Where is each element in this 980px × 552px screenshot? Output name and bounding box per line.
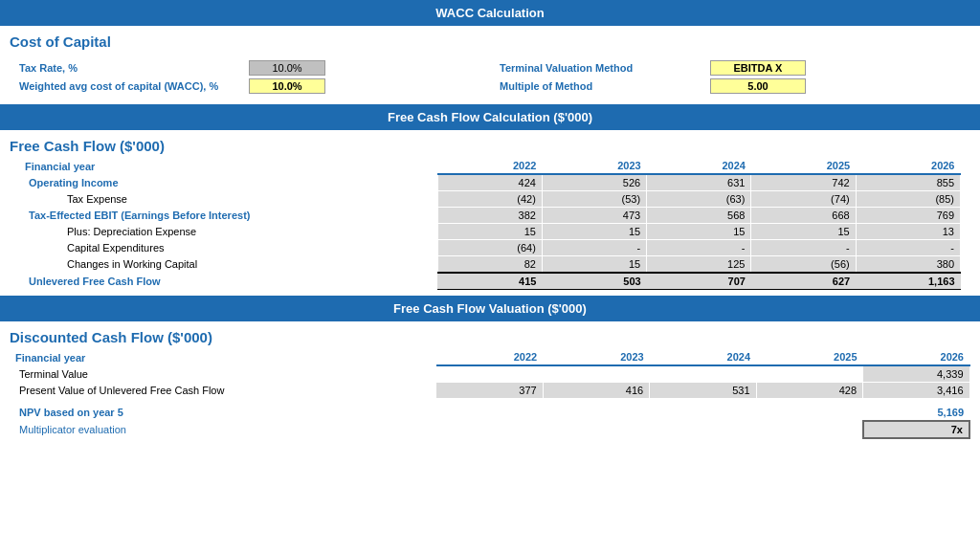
fcf-row-label-4: Capital Expenditures [19, 240, 437, 256]
fcf-row-label-2: Tax-Effected EBIT (Earnings Before Inter… [19, 208, 437, 224]
npv-empty-3 [756, 399, 862, 422]
fcf-row-5: Changes in Working Capital8215125(56)380 [19, 256, 961, 274]
fcf-fy-header: Financial year [19, 158, 437, 174]
fcf-cell-3-0: 15 [437, 224, 542, 240]
dcf-row-0: Terminal Value4,339 [10, 365, 969, 383]
dcf-cell-0-4: 4,339 [863, 365, 969, 383]
fcf-cell-3-4: 13 [856, 224, 960, 240]
tax-rate-label: Tax Rate, % [19, 62, 249, 74]
fcf-year-2023: 2023 [542, 158, 646, 174]
terminal-method-value[interactable]: EBITDA X [710, 60, 806, 76]
fcf-row-2: Tax-Effected EBIT (Earnings Before Inter… [19, 208, 961, 224]
wacc-header: WACC Calculation [0, 0, 980, 26]
fcf-row-3: Plus: Depreciation Expense1515151513 [19, 224, 961, 240]
mult-empty-0 [436, 421, 543, 438]
dcf-cell-0-3 [756, 365, 862, 383]
multiple-method-row: Multiple of Method 5.00 [500, 78, 961, 94]
dcf-cell-0-1 [543, 365, 649, 383]
dcf-cell-0-0 [436, 365, 543, 383]
fcf-section: Free Cash Flow ($'000) Financial year 20… [0, 130, 980, 290]
dcf-fy-header: Financial year [10, 349, 436, 365]
dcf-table: Financial year 2022 2023 2024 2025 2026 … [10, 349, 970, 439]
fcf-cell-0-0: 424 [437, 174, 542, 191]
fcf-table: Financial year 2022 2023 2024 2025 2026 … [19, 158, 961, 290]
wacc-value[interactable]: 10.0% [249, 78, 325, 94]
multiplicator-row: Multiplicator evaluation7x [10, 421, 969, 438]
fcf-cell-3-2: 15 [647, 224, 751, 240]
terminal-method-row: Terminal Valuation Method EBITDA X [500, 60, 961, 76]
fcf-cell-5-2: 125 [647, 256, 751, 274]
fcf-header-row: Financial year 2022 2023 2024 2025 2026 [19, 158, 961, 174]
cost-of-capital-content: Tax Rate, % 10.0% Weighted avg cost of c… [0, 54, 980, 104]
npv-empty-0 [436, 399, 543, 422]
dcf-cell-1-3: 428 [756, 383, 862, 399]
fcf-row-0: Operating Income424526631742855 [19, 174, 961, 191]
fcf-cell-2-3: 668 [751, 208, 856, 224]
dcf-cell-1-0: 377 [436, 383, 543, 399]
fcf-cell-3-1: 15 [542, 224, 646, 240]
dcf-year-2024: 2024 [650, 349, 756, 365]
fcf-cell-5-1: 15 [542, 256, 646, 274]
fcf-cell-1-1: (53) [542, 191, 646, 208]
fcf-cell-1-3: (74) [751, 191, 856, 208]
fcf-cell-2-1: 473 [542, 208, 646, 224]
fcf-cell-4-4: - [856, 240, 960, 256]
multiple-method-value[interactable]: 5.00 [710, 78, 806, 94]
npv-empty-1 [543, 399, 649, 422]
fcf-year-2025: 2025 [751, 158, 856, 174]
fcf-cell-2-4: 769 [856, 208, 960, 224]
tax-rate-value[interactable]: 10.0% [249, 60, 325, 76]
cost-of-capital-section: Cost of Capital Tax Rate, % 10.0% Weight… [0, 26, 980, 104]
fcf-cell-0-4: 855 [856, 174, 960, 191]
fcf-row-label-0: Operating Income [19, 174, 437, 191]
fcf-year-2024: 2024 [647, 158, 751, 174]
cost-of-capital-title: Cost of Capital [0, 26, 980, 54]
fcf-cell-2-0: 382 [437, 208, 542, 224]
multiplicator-label: Multiplicator evaluation [10, 421, 436, 438]
fcf-cell-1-4: (85) [856, 191, 960, 208]
dcf-header: Free Cash Flow Valuation ($'000) [0, 296, 980, 321]
fcf-year-2026: 2026 [856, 158, 960, 174]
fcf-cell-1-0: (42) [437, 191, 542, 208]
dcf-section: Discounted Cash Flow ($'000) Financial y… [0, 321, 980, 439]
fcf-cell-6-0: 415 [437, 273, 542, 290]
npv-label: NPV based on year 5 [10, 399, 436, 422]
fcf-cell-4-3: - [751, 240, 856, 256]
dcf-cell-1-1: 416 [543, 383, 649, 399]
fcf-title: Free Cash Flow ($'000) [0, 130, 980, 158]
dcf-cell-0-2 [650, 365, 756, 383]
terminal-method-label: Terminal Valuation Method [500, 62, 710, 74]
mult-empty-1 [543, 421, 649, 438]
dcf-year-2022: 2022 [436, 349, 543, 365]
fcf-cell-1-2: (63) [647, 191, 751, 208]
multiplicator-value: 7x [863, 421, 969, 438]
dcf-cell-1-2: 531 [650, 383, 756, 399]
dcf-table-container: Financial year 2022 2023 2024 2025 2026 … [0, 349, 980, 439]
dcf-row-label-1: Present Value of Unlevered Free Cash Flo… [10, 383, 436, 399]
dcf-year-2025: 2025 [756, 349, 862, 365]
dcf-header-row: Financial year 2022 2023 2024 2025 2026 [10, 349, 969, 365]
cost-left-panel: Tax Rate, % 10.0% Weighted avg cost of c… [19, 57, 480, 97]
fcf-row-1: Tax Expense(42)(53)(63)(74)(85) [19, 191, 961, 208]
wacc-row: Weighted avg cost of capital (WACC), % 1… [19, 78, 480, 94]
fcf-year-2022: 2022 [437, 158, 542, 174]
fcf-cell-0-3: 742 [751, 174, 856, 191]
fcf-cell-4-0: (64) [437, 240, 542, 256]
fcf-cell-6-2: 707 [647, 273, 751, 290]
fcf-cell-4-1: - [542, 240, 646, 256]
fcf-row-6: Unlevered Free Cash Flow4155037076271,16… [19, 273, 961, 290]
npv-row: NPV based on year 55,169 [10, 399, 969, 422]
fcf-cell-5-4: 380 [856, 256, 960, 274]
fcf-cell-4-2: - [647, 240, 751, 256]
dcf-row-1: Present Value of Unlevered Free Cash Flo… [10, 383, 969, 399]
npv-empty-2 [650, 399, 756, 422]
fcf-cell-2-2: 568 [647, 208, 751, 224]
multiple-method-label: Multiple of Method [500, 80, 710, 92]
fcf-cell-5-3: (56) [751, 256, 856, 274]
fcf-row-label-3: Plus: Depreciation Expense [19, 224, 437, 240]
npv-value: 5,169 [863, 399, 969, 422]
mult-empty-3 [756, 421, 862, 438]
fcf-cell-0-2: 631 [647, 174, 751, 191]
tax-rate-row: Tax Rate, % 10.0% [19, 60, 480, 76]
dcf-row-label-0: Terminal Value [10, 365, 436, 383]
